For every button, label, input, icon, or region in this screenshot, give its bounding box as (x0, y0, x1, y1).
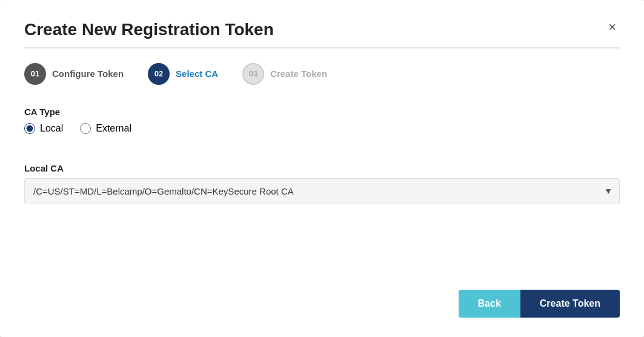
header-divider (24, 47, 620, 48)
local-ca-select[interactable]: /C=US/ST=MD/L=Belcamp/O=Gemalto/CN=KeySe… (24, 178, 620, 204)
step-3-label: Create Token (270, 68, 327, 79)
close-button[interactable]: × (605, 19, 620, 35)
radio-external-input[interactable] (80, 123, 91, 134)
step-1-circle: 01 (24, 63, 46, 85)
step-1-label: Configure Token (52, 68, 124, 79)
stepper: 01 Configure Token 02 Select CA 03 Creat… (24, 63, 620, 85)
step-2-circle: 02 (148, 63, 170, 85)
step-2-label: Select CA (176, 68, 218, 79)
ca-type-radio-group: Local External (24, 123, 620, 134)
create-registration-token-modal: Create New Registration Token × 01 Confi… (0, 0, 644, 337)
create-token-button[interactable]: Create Token (520, 290, 620, 318)
local-ca-select-wrapper: /C=US/ST=MD/L=Belcamp/O=Gemalto/CN=KeySe… (24, 178, 620, 204)
modal-footer: Back Create Token (24, 265, 620, 318)
back-button[interactable]: Back (459, 290, 520, 318)
modal-header: Create New Registration Token × (24, 19, 620, 40)
radio-external-label: External (96, 123, 131, 134)
ca-type-section: CA Type Local External (24, 107, 620, 151)
modal-title: Create New Registration Token (24, 19, 274, 40)
local-ca-section: Local CA /C=US/ST=MD/L=Belcamp/O=Gemalto… (24, 163, 620, 204)
step-2: 02 Select CA (148, 63, 218, 85)
radio-local-input[interactable] (24, 123, 35, 134)
radio-local[interactable]: Local (24, 123, 63, 134)
step-1: 01 Configure Token (24, 63, 124, 85)
radio-local-label: Local (40, 123, 63, 134)
local-ca-label: Local CA (24, 163, 620, 173)
radio-external[interactable]: External (80, 123, 131, 134)
step-3-circle: 03 (242, 63, 264, 85)
ca-type-label: CA Type (24, 107, 620, 117)
step-3: 03 Create Token (242, 63, 327, 85)
